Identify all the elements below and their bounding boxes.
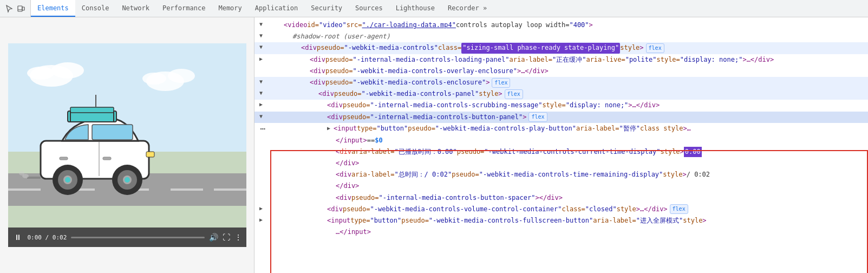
dom-line[interactable]: ▶ <div pseudo="-internal-media-controls-… xyxy=(254,54,868,66)
tab-network[interactable]: Network xyxy=(115,0,156,17)
expand-arrow-collapsed[interactable]: ▶ xyxy=(259,204,266,213)
expand-arrow[interactable]: ▼ xyxy=(259,20,266,29)
play-pause-button[interactable]: ⏸ xyxy=(12,233,23,242)
tab-sources[interactable]: Sources xyxy=(349,0,389,17)
dom-line[interactable]: ▶ <div pseudo="-webkit-media-controls-vo… xyxy=(254,204,868,215)
line-content: <div pseudo="-internal-media-controls-lo… xyxy=(271,55,868,65)
line-content: #shadow-root (user-agent) xyxy=(271,31,868,42)
line-gutter[interactable]: ▼ xyxy=(254,89,271,98)
line-content: <div pseudo="-webkit-media-controls" cla… xyxy=(271,43,868,53)
dom-line[interactable]: …</input> xyxy=(254,226,868,238)
svg-point-30 xyxy=(125,177,130,183)
dom-line[interactable]: </div> xyxy=(254,180,868,192)
expand-arrow[interactable]: ▼ xyxy=(259,31,266,40)
tab-lighthouse[interactable]: Lighthouse xyxy=(389,0,441,17)
dom-line[interactable]: ▼ #shadow-root (user-agent) xyxy=(254,31,868,42)
dom-line[interactable]: ⋯ ▶ <input type="button" pseudo="-webkit… xyxy=(254,123,868,135)
dom-line[interactable]: ▶ <input type="button" pseudo="-webkit-m… xyxy=(254,215,868,226)
main-content: ⏸ 0:00 / 0:02 🔊 ⛶ ⋮ ▼ <video id="video" … xyxy=(0,17,868,273)
tab-list: Elements Console Network Performance Mem… xyxy=(31,0,493,17)
cursor-icon[interactable] xyxy=(4,4,14,14)
progress-bar[interactable] xyxy=(71,237,204,238)
svg-point-16 xyxy=(142,73,166,84)
line-content: </input> == $0 xyxy=(271,135,868,146)
tab-recorder[interactable]: Recorder » xyxy=(441,0,493,17)
flex-badge[interactable]: flex xyxy=(492,78,510,88)
video-preview-panel: ⏸ 0:00 / 0:02 🔊 ⛶ ⋮ xyxy=(0,17,254,273)
line-content: ▶ <input type="button" pseudo="-webkit-m… xyxy=(271,123,868,134)
tab-application[interactable]: Application xyxy=(249,0,304,17)
svg-rect-6 xyxy=(8,188,41,191)
flex-badge[interactable]: flex xyxy=(505,89,523,99)
line-gutter[interactable]: ▼ xyxy=(254,77,271,86)
expand-arrow-collapsed[interactable]: ▶ xyxy=(259,100,266,109)
line-content: <div pseudo="-webkit-media-controls-encl… xyxy=(271,77,868,88)
flex-badge[interactable]: flex xyxy=(528,112,547,122)
line-content: <div pseudo="-internal-media-controls-sc… xyxy=(271,100,868,110)
volume-icon[interactable]: 🔊 xyxy=(209,233,218,242)
line-content: <div pseudo="-internal-media-controls-bu… xyxy=(271,193,868,203)
tab-console[interactable]: Console xyxy=(75,0,116,17)
expand-arrow[interactable]: ▼ xyxy=(259,89,266,98)
more-icon[interactable]: ⋯ xyxy=(257,123,268,134)
dom-line[interactable]: <div aria-label="总时间：/ 0:02" pseudo="-we… xyxy=(254,169,868,180)
dom-line[interactable]: <div pseudo="-webkit-media-controls-over… xyxy=(254,66,868,77)
tab-memory[interactable]: Memory xyxy=(212,0,248,17)
expand-arrow-collapsed[interactable]: ▶ xyxy=(259,55,266,63)
line-content: <div aria-label="总时间：/ 0:02" pseudo="-we… xyxy=(271,170,868,180)
devtools-toolbar: Elements Console Network Performance Mem… xyxy=(0,0,868,17)
svg-point-12 xyxy=(51,62,84,79)
expand-arrow-collapsed[interactable]: ▶ xyxy=(327,124,334,133)
svg-rect-1 xyxy=(22,7,24,10)
svg-rect-35 xyxy=(60,157,68,160)
svg-point-13 xyxy=(27,67,54,80)
svg-point-15 xyxy=(168,69,195,83)
line-gutter[interactable]: ▶ xyxy=(254,55,271,63)
dom-line[interactable]: <div pseudo="-internal-media-controls-bu… xyxy=(254,192,868,204)
svg-rect-9 xyxy=(171,188,203,191)
line-content: <input type="button" pseudo="-webkit-med… xyxy=(271,216,868,226)
time-display: 0:00 / 0:02 xyxy=(28,234,67,241)
line-gutter[interactable]: ▼ xyxy=(254,43,271,51)
fullscreen-icon[interactable]: ⛶ xyxy=(223,233,230,242)
tab-security[interactable]: Security xyxy=(304,0,349,17)
line-gutter[interactable]: ▼ xyxy=(254,112,271,121)
tab-elements[interactable]: Elements xyxy=(31,0,75,17)
flex-badge[interactable]: flex xyxy=(670,204,688,214)
dom-line[interactable]: <div aria-label="已播放时间：0:00" pseudo="-we… xyxy=(254,146,868,158)
expand-arrow-collapsed[interactable]: ▶ xyxy=(259,216,266,224)
line-gutter[interactable]: ⋯ xyxy=(254,123,271,134)
svg-rect-34 xyxy=(103,157,111,160)
line-gutter[interactable]: ▶ xyxy=(254,100,271,109)
dom-line[interactable]: </input> == $0 xyxy=(254,135,868,146)
line-gutter[interactable]: ▼ xyxy=(254,31,271,40)
expand-arrow[interactable]: ▼ xyxy=(259,77,266,86)
flex-badge[interactable]: flex xyxy=(646,43,664,53)
svg-rect-19 xyxy=(70,107,114,113)
more-options-icon[interactable]: ⋮ xyxy=(234,233,242,242)
video-controls-bar: ⏸ 0:00 / 0:02 🔊 ⛶ ⋮ xyxy=(8,227,246,247)
tab-performance[interactable]: Performance xyxy=(156,0,212,17)
dom-line-selected[interactable]: ▼ <div pseudo="-internal-media-controls-… xyxy=(254,112,868,123)
svg-point-29 xyxy=(65,177,70,183)
expand-arrow[interactable]: ▼ xyxy=(259,43,266,51)
video-scene xyxy=(8,43,246,227)
line-content: <div pseudo="-webkit-media-controls-over… xyxy=(271,66,868,76)
dom-line[interactable]: ▼ <div pseudo="-webkit-media-controls-pa… xyxy=(254,88,868,100)
line-content: <div pseudo="-webkit-media-controls-volu… xyxy=(271,204,868,214)
line-gutter[interactable]: ▼ xyxy=(254,20,271,29)
line-gutter[interactable]: ▶ xyxy=(254,204,271,213)
dom-line[interactable]: ▼ <div pseudo="-webkit-media-controls-en… xyxy=(254,77,868,88)
device-toolbar-icon[interactable] xyxy=(16,4,26,14)
dom-line[interactable]: </div> xyxy=(254,158,868,169)
line-content: …</input> xyxy=(271,227,868,237)
expand-arrow[interactable]: ▼ xyxy=(259,112,266,121)
dom-line[interactable]: ▶ <div pseudo="-internal-media-controls-… xyxy=(254,100,868,111)
svg-rect-10 xyxy=(214,188,246,191)
dom-line[interactable]: ▼ <video id="video" src="./car-loading-d… xyxy=(254,20,868,31)
line-content: <div pseudo="-webkit-media-controls-pane… xyxy=(271,89,868,99)
line-content: <div aria-label="已播放时间：0:00" pseudo="-we… xyxy=(271,147,868,157)
dom-line[interactable]: ▼ <div pseudo="-webkit-media-controls" c… xyxy=(254,42,868,54)
line-gutter[interactable]: ▶ xyxy=(254,216,271,224)
line-content: </div> xyxy=(271,181,868,191)
